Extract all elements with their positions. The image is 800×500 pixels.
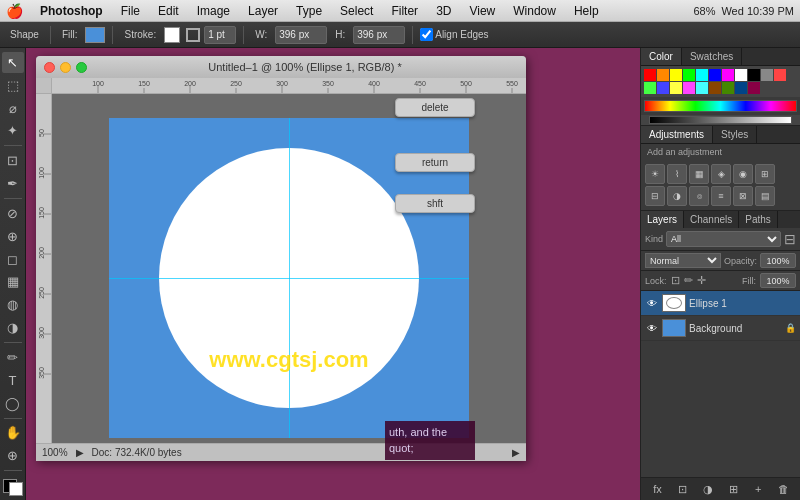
menu-file[interactable]: File bbox=[116, 2, 145, 20]
adj-photo-filter[interactable]: ⌾ bbox=[689, 186, 709, 206]
tab-layers[interactable]: Layers bbox=[641, 211, 684, 228]
width-input[interactable] bbox=[275, 26, 327, 44]
color-box[interactable] bbox=[3, 479, 23, 496]
layer-eye-ellipse[interactable]: 👁 bbox=[645, 296, 659, 310]
eyedropper-tool[interactable]: ✒ bbox=[2, 173, 24, 194]
swatch-#ff4444[interactable] bbox=[774, 69, 786, 81]
swatch-#44ffff[interactable] bbox=[696, 82, 708, 94]
dodge-tool[interactable]: ◑ bbox=[2, 317, 24, 338]
lock-transparent-btn[interactable]: ⊡ bbox=[671, 274, 680, 287]
height-input[interactable] bbox=[353, 26, 405, 44]
adjustment-layer-button[interactable]: ◑ bbox=[700, 481, 716, 497]
stroke-color-swatch[interactable] bbox=[164, 27, 180, 43]
layer-item-ellipse[interactable]: 👁 Ellipse 1 bbox=[641, 291, 800, 316]
blend-mode-select[interactable]: Normal bbox=[645, 253, 721, 268]
hand-tool[interactable]: ✋ bbox=[2, 422, 24, 443]
swatch-#0000ff[interactable] bbox=[709, 69, 721, 81]
swatch-#ffff00[interactable] bbox=[670, 69, 682, 81]
adj-levels[interactable]: ▦ bbox=[689, 164, 709, 184]
add-mask-button[interactable]: ⊡ bbox=[675, 481, 691, 497]
menu-layer[interactable]: Layer bbox=[243, 2, 283, 20]
tab-color[interactable]: Color bbox=[641, 48, 682, 65]
adj-brightness[interactable]: ☀ bbox=[645, 164, 665, 184]
adj-vibrance[interactable]: ◉ bbox=[733, 164, 753, 184]
blur-tool[interactable]: ◍ bbox=[2, 294, 24, 315]
swatch-#004488[interactable] bbox=[735, 82, 747, 94]
tab-swatches[interactable]: Swatches bbox=[682, 48, 742, 65]
fill-input[interactable] bbox=[760, 273, 796, 288]
eraser-tool[interactable]: ◻ bbox=[2, 249, 24, 270]
pen-tool[interactable]: ✏ bbox=[2, 347, 24, 368]
swatch-#ff00ff[interactable] bbox=[722, 69, 734, 81]
stamp-tool[interactable]: ⊕ bbox=[2, 226, 24, 247]
delete-layer-button[interactable]: 🗑 bbox=[775, 481, 791, 497]
magic-wand-tool[interactable]: ✦ bbox=[2, 121, 24, 142]
adj-threshold[interactable]: ⊠ bbox=[733, 186, 753, 206]
swatch-#00ff00[interactable] bbox=[683, 69, 695, 81]
shape-tool[interactable]: ◯ bbox=[2, 393, 24, 414]
value-bar[interactable] bbox=[649, 116, 792, 124]
swatch-#ff44ff[interactable] bbox=[683, 82, 695, 94]
swatch-#880044[interactable] bbox=[748, 82, 760, 94]
stroke-size-input[interactable]: 1 pt bbox=[204, 26, 236, 44]
menu-select[interactable]: Select bbox=[335, 2, 378, 20]
layer-item-background[interactable]: 👁 Background 🔒 bbox=[641, 316, 800, 341]
apple-menu[interactable]: 🍎 bbox=[6, 3, 23, 19]
adj-bw[interactable]: ◑ bbox=[667, 186, 687, 206]
adj-posterize[interactable]: ▤ bbox=[755, 186, 775, 206]
scroll-right[interactable]: ▶ bbox=[512, 447, 520, 458]
adj-exposure[interactable]: ◈ bbox=[711, 164, 731, 184]
background-color[interactable] bbox=[9, 482, 23, 496]
zoom-tool[interactable]: ⊕ bbox=[2, 445, 24, 466]
swatch-#ff0000[interactable] bbox=[644, 69, 656, 81]
menu-3d[interactable]: 3D bbox=[431, 2, 456, 20]
maximize-button[interactable] bbox=[76, 62, 87, 73]
tab-styles[interactable]: Styles bbox=[713, 126, 757, 143]
swatch-#44ff44[interactable] bbox=[644, 82, 656, 94]
swatch-#884400[interactable] bbox=[709, 82, 721, 94]
layer-kind-select[interactable]: All bbox=[666, 231, 781, 247]
align-edges-checkbox[interactable] bbox=[420, 28, 433, 41]
swatch-#00ffff[interactable] bbox=[696, 69, 708, 81]
menu-type[interactable]: Type bbox=[291, 2, 327, 20]
crop-tool[interactable]: ⊡ bbox=[2, 150, 24, 171]
menu-edit[interactable]: Edit bbox=[153, 2, 184, 20]
brush-tool[interactable]: ⊘ bbox=[2, 203, 24, 224]
swatch-#448800[interactable] bbox=[722, 82, 734, 94]
tab-adjustments[interactable]: Adjustments bbox=[641, 126, 713, 143]
new-layer-button[interactable]: + bbox=[750, 481, 766, 497]
spectrum-bar[interactable] bbox=[644, 100, 797, 112]
lasso-tool[interactable]: ⌀ bbox=[2, 98, 24, 119]
adj-color-balance[interactable]: ⊟ bbox=[645, 186, 665, 206]
tab-channels[interactable]: Channels bbox=[684, 211, 739, 228]
swatch-#888888[interactable] bbox=[761, 69, 773, 81]
fill-color-swatch[interactable] bbox=[85, 27, 105, 43]
lock-position-btn[interactable]: ✛ bbox=[697, 274, 706, 287]
tab-paths[interactable]: Paths bbox=[739, 211, 778, 228]
adj-hsl[interactable]: ⊞ bbox=[755, 164, 775, 184]
close-button[interactable] bbox=[44, 62, 55, 73]
fx-button[interactable]: fx bbox=[650, 481, 666, 497]
adj-curves[interactable]: ⌇ bbox=[667, 164, 687, 184]
swatch-#ffff44[interactable] bbox=[670, 82, 682, 94]
menu-filter[interactable]: Filter bbox=[386, 2, 423, 20]
menu-window[interactable]: Window bbox=[508, 2, 561, 20]
adj-channel[interactable]: ≡ bbox=[711, 186, 731, 206]
swatch-#ffffff[interactable] bbox=[735, 69, 747, 81]
menu-help[interactable]: Help bbox=[569, 2, 604, 20]
selection-tool[interactable]: ⬚ bbox=[2, 75, 24, 96]
swatch-#ff8800[interactable] bbox=[657, 69, 669, 81]
minimize-button[interactable] bbox=[60, 62, 71, 73]
layer-eye-bg[interactable]: 👁 bbox=[645, 321, 659, 335]
text-tool[interactable]: T bbox=[2, 370, 24, 391]
new-group-button[interactable]: ⊞ bbox=[725, 481, 741, 497]
move-tool[interactable]: ↖ bbox=[2, 52, 24, 73]
menu-image[interactable]: Image bbox=[192, 2, 235, 20]
filter-icon[interactable]: ⊟ bbox=[784, 231, 796, 247]
align-edges-check[interactable]: Align Edges bbox=[420, 28, 488, 41]
gradient-tool[interactable]: ▦ bbox=[2, 272, 24, 293]
lock-image-btn[interactable]: ✏ bbox=[684, 274, 693, 287]
opacity-input[interactable] bbox=[760, 253, 796, 268]
swatch-#4444ff[interactable] bbox=[657, 82, 669, 94]
menu-photoshop[interactable]: Photoshop bbox=[35, 2, 108, 20]
